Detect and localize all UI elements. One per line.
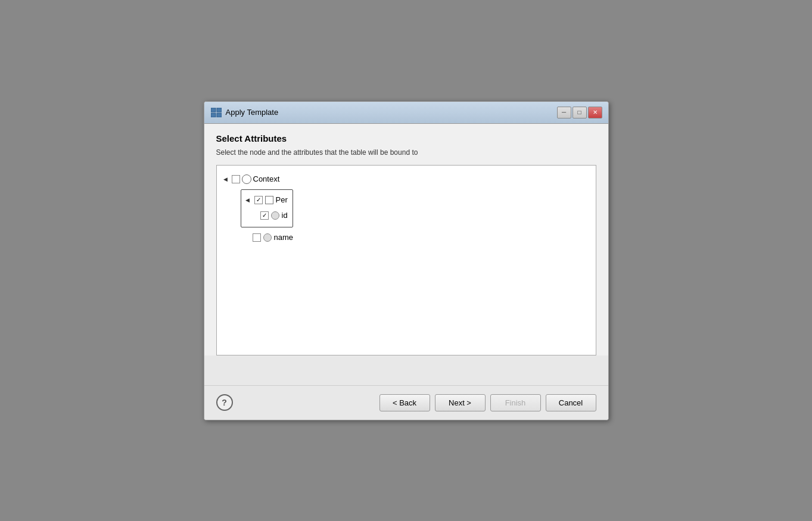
dialog-title: Apply Template [226, 108, 279, 117]
attr-icon-id [271, 211, 279, 220]
title-bar: Apply Template ─ □ ✕ [204, 102, 608, 124]
minimize-button[interactable]: ─ [557, 107, 571, 118]
tree-row-name: name [241, 230, 591, 245]
svg-rect-2 [211, 113, 216, 117]
finish-button[interactable]: Finish [490, 394, 541, 411]
label-per: Per [276, 194, 288, 207]
expand-context[interactable]: ◀ [222, 175, 230, 183]
per-group-container: ◀ Per id name [222, 189, 591, 245]
footer-left: ? [216, 394, 233, 411]
per-selection-box: ◀ Per id [241, 189, 293, 227]
title-buttons: ─ □ ✕ [557, 107, 602, 118]
cancel-button[interactable]: Cancel [546, 394, 596, 411]
dialog-body: Select Attributes Select the node and th… [204, 124, 608, 355]
label-context: Context [253, 173, 280, 186]
circle-icon-context [242, 174, 251, 184]
checkbox-context[interactable] [232, 175, 240, 183]
checkbox-per[interactable] [254, 196, 263, 204]
svg-rect-1 [217, 108, 222, 112]
title-bar-left: Apply Template [210, 107, 279, 118]
help-button[interactable]: ? [216, 394, 233, 411]
expand-per[interactable]: ◀ [244, 196, 252, 204]
square-icon-per [265, 196, 273, 204]
next-button[interactable]: Next > [435, 394, 486, 411]
attr-icon-name [263, 233, 272, 242]
footer-right: < Back Next > Finish Cancel [379, 394, 596, 411]
checkbox-name[interactable] [253, 233, 261, 242]
tree-row-per: ◀ Per [244, 192, 288, 208]
dialog-footer: ? < Back Next > Finish Cancel [204, 385, 608, 420]
back-button[interactable]: < Back [379, 394, 430, 411]
dialog-icon [210, 107, 222, 118]
checkbox-id[interactable] [260, 211, 269, 220]
label-id: id [282, 209, 288, 222]
section-title: Select Attributes [216, 133, 596, 143]
label-name: name [274, 231, 294, 244]
tree-row-context: ◀ Context [222, 171, 591, 187]
svg-rect-0 [211, 108, 216, 112]
tree-row-id: id [244, 208, 288, 223]
apply-template-dialog: Apply Template ─ □ ✕ Select Attributes S… [204, 101, 609, 420]
restore-button[interactable]: □ [573, 107, 587, 118]
svg-rect-3 [217, 113, 222, 117]
tree-container: ◀ Context ◀ Per [216, 165, 596, 355]
section-description: Select the node and the attributes that … [216, 148, 596, 157]
close-button[interactable]: ✕ [588, 107, 602, 118]
separator-area [204, 355, 608, 385]
